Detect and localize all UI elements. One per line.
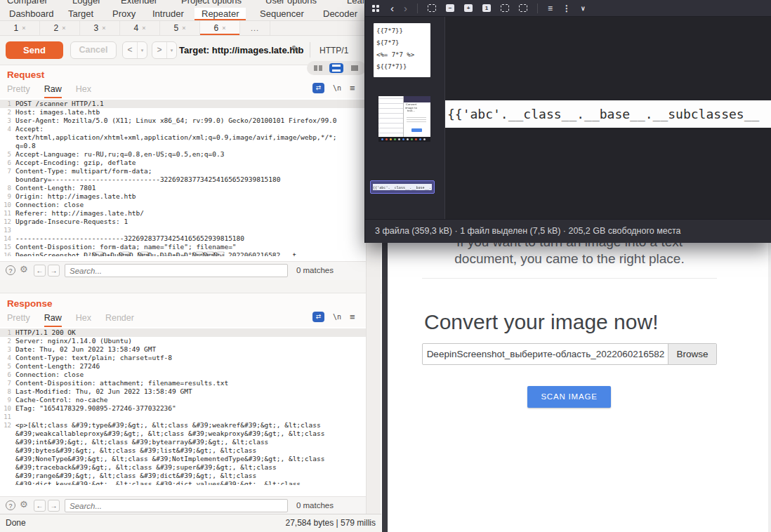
response-tab-raw[interactable]: Raw — [44, 313, 62, 327]
zoom-out-icon[interactable]: − — [446, 4, 454, 12]
repeater-tab-4[interactable]: 4× — [120, 21, 160, 35]
chevron-down-icon[interactable]: ▾ — [137, 42, 147, 58]
gear-icon[interactable]: ⚙ — [20, 499, 28, 510]
file-upload-input[interactable]: DeepinScreenshot_выберите-область_202206… — [422, 343, 717, 365]
search-next-icon[interactable]: → — [48, 265, 60, 277]
next-request-button[interactable]: > ▾ — [152, 41, 177, 59]
newline-toggle-icon[interactable]: \n — [333, 84, 341, 92]
thumbnail-selected-image[interactable]: {{'abc'.__class__.__base__.__subclasses_… — [370, 180, 435, 194]
columns-layout-button[interactable] — [311, 63, 325, 73]
repeater-tab-6[interactable]: 6× — [200, 21, 240, 35]
menu-tab-extender[interactable]: Extender — [121, 0, 157, 8]
prev-request-button[interactable]: < ▾ — [122, 41, 147, 59]
word-wrap-icon[interactable]: ⇄ — [312, 312, 324, 322]
menu-tab-project-options[interactable]: Project options — [181, 0, 242, 8]
tab-decoder[interactable]: Decoder — [323, 8, 357, 20]
repeater-tab-1[interactable]: 1× — [0, 21, 40, 35]
zoom-in-icon[interactable]: + — [464, 4, 473, 12]
request-tab-hex[interactable]: Hex — [76, 84, 91, 98]
scan-image-button[interactable]: SCAN IMAGE — [527, 386, 611, 408]
match-count: 0 matches — [296, 266, 334, 274]
repeater-tab-label: 4 — [134, 23, 139, 33]
search-prev-icon[interactable]: ← — [34, 265, 46, 277]
browse-button[interactable]: Browse — [668, 344, 716, 364]
search-next-icon[interactable]: → — [48, 500, 60, 512]
help-icon[interactable]: ? — [6, 500, 15, 510]
tab-sequencer[interactable]: Sequencer — [260, 8, 304, 20]
tab-proxy[interactable]: Proxy — [112, 8, 136, 20]
burp-suite-window: ComparerLoggerExtenderProject optionsUse… — [0, 0, 381, 532]
burp-main-tab-row: DashboardTargetProxyIntruderRepeaterSequ… — [0, 8, 381, 21]
menu-icon[interactable]: ≡ — [350, 312, 355, 322]
search-prev-icon[interactable]: ← — [34, 500, 46, 512]
single-layout-button[interactable] — [348, 63, 362, 73]
tab-target[interactable]: Target — [68, 8, 93, 20]
line-number — [0, 463, 15, 472]
fit-width-icon[interactable] — [519, 4, 527, 12]
close-icon[interactable]: × — [102, 25, 105, 32]
word-wrap-icon[interactable]: ⇄ — [312, 83, 324, 93]
menu-tab-logger[interactable]: Logger — [72, 0, 100, 8]
gear-icon[interactable]: ⚙ — [20, 264, 28, 274]
line-number: 13 — [0, 226, 15, 234]
chevron-down-icon[interactable]: ∨ — [581, 5, 586, 12]
menu-icon[interactable]: ≡ — [350, 83, 355, 93]
search-input[interactable] — [65, 499, 288, 512]
request-search-bar: ? ⚙ ← → 0 matches — [0, 261, 366, 280]
fullscreen-icon[interactable] — [428, 4, 436, 12]
response-tab-pretty[interactable]: Pretty — [7, 313, 30, 327]
forward-icon[interactable]: › — [404, 4, 407, 13]
close-icon[interactable]: × — [22, 25, 25, 32]
request-tab-raw[interactable]: Raw — [44, 84, 62, 98]
back-icon[interactable]: ‹ — [390, 4, 394, 13]
newline-toggle-icon[interactable]: \n — [333, 313, 341, 321]
request-line-text: q=0.8 — [15, 142, 36, 150]
pencil-edit-icon[interactable]: ✎ — [291, 44, 300, 55]
menu-tab-user-options[interactable]: User options — [265, 0, 317, 8]
request-line: 6Accept-Encoding: gzip, deflate — [0, 159, 366, 167]
viewer-toolbar: ‹ › − + 1 ≡ ⋮ ∨ — [365, 0, 771, 17]
payload-line: ${{7*7}} — [376, 61, 428, 73]
request-tab-pretty[interactable]: Pretty — [7, 84, 30, 98]
response-tab-hex[interactable]: Hex — [76, 313, 91, 327]
fit-frame-icon[interactable] — [501, 4, 509, 12]
close-icon[interactable]: × — [62, 25, 65, 32]
app-grid-icon[interactable] — [372, 5, 375, 8]
http-version-selector[interactable]: HTTP/1 — [319, 46, 348, 55]
tab-dashboard[interactable]: Dashboard — [9, 8, 54, 20]
search-input[interactable] — [65, 264, 288, 277]
repeater-tab-2[interactable]: 2× — [40, 21, 80, 35]
request-line-text: User-Agent: Mozilla/5.0 (X11; Linux x86_… — [15, 117, 337, 125]
actual-size-icon[interactable]: 1 — [482, 4, 491, 12]
response-tab-render[interactable]: Render — [105, 313, 134, 327]
tab-intruder[interactable]: Intruder — [152, 8, 184, 20]
tab-repeater[interactable]: Repeater — [195, 8, 246, 20]
request-editor[interactable]: 1POST /scanner HTTP/1.12Host: images.lat… — [0, 98, 366, 261]
repeater-more-tab[interactable]: ... — [240, 21, 270, 35]
close-icon[interactable]: × — [142, 25, 145, 32]
next-arrow[interactable]: > — [152, 42, 166, 58]
rows-layout-button[interactable] — [329, 63, 343, 73]
browser-scrollbar[interactable] — [768, 229, 771, 532]
send-button[interactable]: Send — [6, 41, 63, 59]
preview-area: {{'abc'.__class__.__base__.__subclasses_… — [445, 17, 771, 219]
more-options-icon[interactable]: ⋮ — [562, 4, 571, 13]
image-viewer-window: ‹ › − + 1 ≡ ⋮ ∨ {{7*7}}${7*7}<%= 7*7 %>$… — [364, 0, 771, 243]
burp-menu-tab-row: ComparerLoggerExtenderProject optionsUse… — [0, 0, 381, 8]
chevron-down-icon[interactable]: ▾ — [166, 42, 176, 58]
line-number: 9 — [0, 192, 15, 201]
cancel-button[interactable]: Cancel — [70, 41, 117, 59]
list-view-icon[interactable]: ≡ — [548, 4, 553, 13]
response-line-text: Cache-Control: no-cache — [15, 396, 108, 404]
menu-tab-comparer[interactable]: Comparer — [7, 0, 48, 8]
repeater-tab-5[interactable]: 5× — [160, 21, 200, 35]
prev-arrow[interactable]: < — [123, 42, 137, 58]
close-icon[interactable]: × — [182, 25, 185, 32]
thumbnail-payload-image[interactable]: {{7*7}}${7*7}<%= 7*7 %>${{7*7}} — [374, 23, 430, 77]
repeater-tab-3[interactable]: 3× — [80, 21, 120, 35]
help-icon[interactable]: ? — [6, 265, 15, 275]
close-icon[interactable]: × — [222, 25, 225, 32]
thumbnail-webpage-screenshot[interactable]: Convert image to text... — [378, 96, 430, 142]
response-editor[interactable]: 1HTTP/1.1 200 OK2Server: nginx/1.14.0 (U… — [0, 327, 366, 496]
preview-image[interactable]: {{'abc'.__class__.__base__.__subclasses_… — [445, 100, 771, 128]
